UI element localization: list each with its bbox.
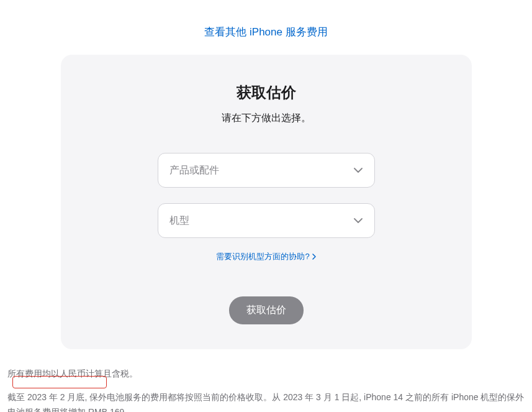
product-select-wrapper: 产品或配件 [158, 153, 375, 188]
model-select-wrapper: 机型 [158, 203, 375, 238]
model-select[interactable]: 机型 [158, 203, 375, 238]
view-other-services-link[interactable]: 查看其他 iPhone 服务费用 [204, 26, 327, 38]
help-link-container: 需要识别机型方面的协助? [92, 250, 441, 262]
identify-model-help-link[interactable]: 需要识别机型方面的协助? [216, 251, 315, 262]
product-select[interactable]: 产品或配件 [158, 153, 375, 188]
estimate-card: 获取估价 请在下方做出选择。 产品或配件 机型 需要识别机型方面的协助? 获取估… [61, 55, 472, 349]
help-link-label: 需要识别机型方面的协助? [216, 251, 309, 262]
get-estimate-button[interactable]: 获取估价 [229, 296, 304, 324]
footer-line-1: 所有费用均以人民币计算且含税。 [7, 367, 525, 382]
chevron-right-icon [312, 254, 316, 260]
footer-text: 所有费用均以人民币计算且含税。 截至 2023 年 2 月底, 保外电池服务的费… [7, 367, 525, 412]
card-subtitle: 请在下方做出选择。 [92, 112, 441, 125]
card-title: 获取估价 [92, 83, 441, 103]
view-other-services-link-container: 查看其他 iPhone 服务费用 [0, 0, 532, 55]
footer-line-2: 截至 2023 年 2 月底, 保外电池服务的费用都将按照当前的价格收取。从 2… [7, 390, 525, 412]
